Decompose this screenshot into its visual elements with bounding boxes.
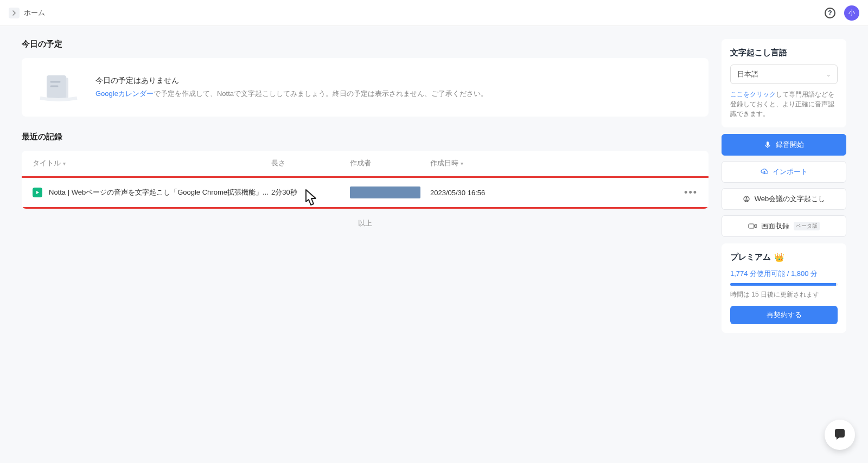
language-panel-title: 文字起こし言語	[730, 48, 838, 58]
help-icon[interactable]: ?	[825, 8, 835, 18]
table-row[interactable]: Notta | Webページの音声を文字起こし「Google Chrome拡張機…	[22, 178, 709, 207]
record-button[interactable]: 録音開始	[722, 134, 846, 156]
beta-badge: ベータ版	[794, 222, 820, 230]
breadcrumb: ホーム	[24, 8, 45, 18]
usage-bar	[730, 283, 838, 286]
author-redacted	[350, 187, 420, 198]
column-header-date[interactable]: 作成日時 ▾	[430, 158, 512, 168]
column-header-title[interactable]: タイトル ▾	[33, 158, 271, 168]
svg-point-6	[745, 197, 747, 199]
highlighted-row-border: Notta | Webページの音声を文字起こし「Google Chrome拡張機…	[22, 176, 709, 209]
chevron-down-icon: ▾	[63, 160, 66, 166]
sidebar-toggle[interactable]	[9, 8, 20, 18]
record-type-icon	[33, 188, 42, 197]
import-button[interactable]: インポート	[722, 161, 846, 183]
more-actions-icon[interactable]: •••	[684, 187, 698, 198]
dictionary-hint: ここをクリックして専門用語などを登録しておくと、より正確に音声認識できます。	[730, 89, 838, 119]
language-select[interactable]: 日本語 ⌄	[730, 65, 838, 84]
microphone-icon	[764, 141, 771, 149]
renew-button-label: 再契約する	[767, 311, 802, 319]
chevron-down-icon: ▾	[461, 160, 463, 166]
cloud-upload-icon	[761, 168, 768, 176]
screen-button-label: 画面収録	[761, 221, 789, 231]
avatar[interactable]: 小	[844, 5, 859, 21]
language-selected: 日本語	[737, 69, 758, 79]
action-buttons: 録音開始 インポート Web会議の文字起こし 画面収録 ベータ版	[722, 134, 846, 237]
google-calendar-link[interactable]: Googleカレンダー	[95, 89, 154, 98]
record-author	[350, 187, 430, 198]
schedule-empty-card: 今日の予定はありません Googleカレンダーで予定を作成して、Nottaで文字…	[22, 58, 709, 117]
column-header-duration: 長さ	[271, 158, 350, 168]
record-title: Notta | Webページの音声を文字起こし「Google Chrome拡張機…	[49, 188, 269, 197]
crown-icon: 👑	[774, 253, 784, 262]
usage-text: 1,774 分使用可能 / 1,800 分	[730, 269, 838, 279]
record-duration: 2分30秒	[271, 188, 350, 197]
meeting-transcribe-button[interactable]: Web会議の文字起こし	[722, 188, 846, 210]
record-date: 2023/05/30 16:56	[430, 189, 512, 197]
import-button-label: インポート	[773, 167, 808, 177]
usage-fill	[730, 283, 836, 286]
video-icon	[748, 223, 757, 229]
svg-rect-4	[767, 142, 769, 146]
premium-title: プレミアム	[730, 252, 771, 262]
language-panel: 文字起こし言語 日本語 ⌄ ここをクリックして専門用語などを登録しておくと、より…	[722, 39, 846, 127]
schedule-section-title: 今日の予定	[22, 39, 709, 49]
avatar-label: 小	[848, 8, 855, 17]
table-header: タイトル ▾ 長さ 作成者 作成日時 ▾	[22, 151, 709, 176]
schedule-empty-illustration	[37, 71, 80, 104]
chevron-down-icon: ⌄	[826, 72, 831, 78]
svg-rect-7	[749, 224, 754, 228]
premium-panel: プレミアム 👑 1,774 分使用可能 / 1,800 分 時間は 15 日後に…	[722, 243, 846, 333]
meeting-button-label: Web会議の文字起こし	[755, 194, 826, 204]
schedule-empty-description: Googleカレンダーで予定を作成して、Nottaで文字起こししてみましょう。終…	[95, 89, 488, 99]
topbar: ホーム ? 小	[0, 0, 868, 26]
records-table: タイトル ▾ 長さ 作成者 作成日時 ▾	[22, 151, 709, 209]
table-footer: 以上	[22, 209, 709, 238]
records-section-title: 最近の記録	[22, 132, 709, 142]
column-header-author: 作成者	[350, 158, 430, 168]
dictionary-link[interactable]: ここをクリック	[730, 91, 776, 98]
usage-note: 時間は 15 日後に更新されます	[730, 290, 838, 299]
screen-record-button[interactable]: 画面収録 ベータ版	[722, 215, 846, 237]
schedule-empty-title: 今日の予定はありません	[95, 76, 488, 86]
meeting-icon	[743, 195, 750, 203]
renew-button[interactable]: 再契約する	[730, 306, 838, 324]
record-button-label: 録音開始	[776, 140, 804, 150]
schedule-empty-text: で予定を作成して、Nottaで文字起こししてみましょう。終日の予定は表示されませ…	[154, 89, 488, 98]
